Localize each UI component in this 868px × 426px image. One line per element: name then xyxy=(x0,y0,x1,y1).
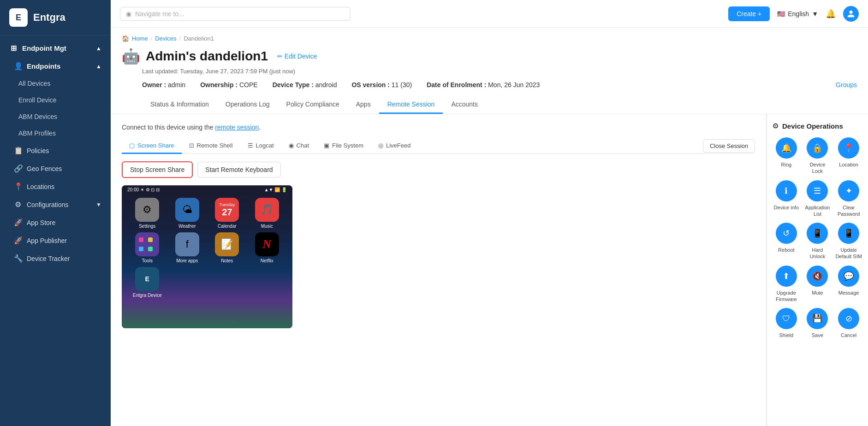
sidebar-item-device-tracker[interactable]: 🔧 Device Tracker xyxy=(0,249,111,267)
nav-search-bar[interactable]: ◉ Navigate me to... xyxy=(120,7,351,21)
op-location[interactable]: 📍 Location xyxy=(835,137,862,175)
stop-screen-share-button[interactable]: Stop Screen Share xyxy=(122,161,193,178)
location-label: Location xyxy=(839,161,858,168)
message-icon: 💬 xyxy=(838,266,859,287)
sub-tab-file-system[interactable]: ▣ File System xyxy=(316,138,371,154)
sidebar-item-geo-fences[interactable]: 🔗 Geo Fences xyxy=(0,160,111,178)
tab-status[interactable]: Status & Information xyxy=(142,96,217,114)
phone-app-entgra[interactable]: E Entgra Device xyxy=(129,267,166,298)
op-ring[interactable]: 🔔 Ring xyxy=(773,137,800,175)
phone-app-weather[interactable]: 🌤 Weather xyxy=(169,198,206,229)
mute-label: Mute xyxy=(812,290,823,296)
logcat-label: Logcat xyxy=(256,142,274,149)
owner-meta: Owner : admin xyxy=(142,81,185,89)
sidebar-item-app-publisher[interactable]: 🚀 App Publisher xyxy=(0,231,111,249)
op-clear-password[interactable]: ✦ Clear Password xyxy=(835,180,862,218)
breadcrumb-devices[interactable]: Devices xyxy=(155,35,176,42)
language-selector[interactable]: 🇺🇸 English ▼ xyxy=(777,10,818,18)
device-header: 🏠 Home / Devices / Dandelion1 🤖 Admin's … xyxy=(111,28,868,114)
edit-device-link[interactable]: ✏ Edit Device xyxy=(277,53,317,60)
create-button[interactable]: Create + xyxy=(728,6,770,21)
start-remote-keyboard-button[interactable]: Start Remote Keyboard xyxy=(197,162,280,178)
clear-password-icon: ✦ xyxy=(838,180,859,201)
abm-profiles-label: ABM Profiles xyxy=(18,130,56,137)
save-icon: 💾 xyxy=(807,308,828,329)
cancel-icon: ⊘ xyxy=(838,308,859,329)
message-label: Message xyxy=(838,290,859,296)
language-label: English xyxy=(788,10,809,18)
sidebar-item-all-devices[interactable]: All Devices xyxy=(0,75,111,92)
sidebar-item-locations[interactable]: 📍 Locations xyxy=(0,178,111,195)
phone-app-music[interactable]: 🎵 Music xyxy=(249,198,285,229)
op-application-list[interactable]: ☰ Application List xyxy=(804,180,832,218)
op-reboot[interactable]: ↺ Reboot xyxy=(773,223,800,260)
phone-app-settings[interactable]: ⚙ Settings xyxy=(129,198,166,229)
op-update-default-sim[interactable]: 📱 Update Default SIM xyxy=(835,223,862,260)
sub-tab-logcat[interactable]: ☰ Logcat xyxy=(240,138,281,154)
breadcrumb-home[interactable]: Home xyxy=(132,35,148,42)
tab-ops-log[interactable]: Operations Log xyxy=(217,96,278,114)
update-default-sim-label: Update Default SIM xyxy=(835,247,862,260)
phone-app-calendar[interactable]: Tuesday 27 Calendar xyxy=(209,198,245,229)
phone-app-tools[interactable]: Tools xyxy=(129,232,166,263)
notification-icon[interactable]: 🔔 xyxy=(826,9,836,19)
tab-remote[interactable]: Remote Session xyxy=(379,96,443,114)
policies-icon: 📋 xyxy=(14,146,22,155)
sidebar-item-enroll-device[interactable]: Enroll Device xyxy=(0,92,111,108)
groups-link[interactable]: Groups xyxy=(836,81,857,89)
phone-app-notes[interactable]: 📝 Notes xyxy=(209,232,245,263)
configurations-icon: ⚙ xyxy=(14,200,22,209)
sidebar-item-endpoints[interactable]: 👤 Endpoints ▲ xyxy=(0,57,111,75)
sub-tab-remote-shell[interactable]: ⊡ Remote Shell xyxy=(182,138,240,154)
op-save[interactable]: 💾 Save xyxy=(804,308,832,338)
op-shield[interactable]: 🛡 Shield xyxy=(773,308,800,338)
ops-title: ⊙ Device Operations xyxy=(773,122,862,130)
phone-app-tools-icon xyxy=(135,232,159,256)
topbar-right: Create + 🇺🇸 English ▼ 🔔 xyxy=(728,6,859,22)
device-lock-icon: 🔒 xyxy=(807,137,828,159)
op-device-lock[interactable]: 🔒 Device Lock xyxy=(804,137,832,175)
op-device-info[interactable]: ℹ Device info xyxy=(773,180,800,218)
close-session-button[interactable]: Close Session xyxy=(703,139,755,153)
sidebar-item-abm-profiles[interactable]: ABM Profiles xyxy=(0,125,111,142)
app-publisher-label: App Publisher xyxy=(27,237,67,244)
sidebar-item-policies[interactable]: 📋 Policies xyxy=(0,142,111,160)
device-tracker-icon: 🔧 xyxy=(14,254,22,263)
tab-accounts[interactable]: Accounts xyxy=(443,96,486,114)
phone-app-calendar-label: Calendar xyxy=(218,224,237,229)
topbar: ◉ Navigate me to... Create + 🇺🇸 English … xyxy=(111,0,868,28)
sidebar-item-endpoint-mgt[interactable]: ⊞ Endpoint Mgt ▲ xyxy=(0,39,111,57)
op-upgrade-firmware[interactable]: ⬆ Upgrade Firmware xyxy=(773,266,800,303)
phone-app-netflix[interactable]: N Netflix xyxy=(249,232,285,263)
tab-apps[interactable]: Apps xyxy=(348,96,379,114)
sidebar-item-configurations[interactable]: ⚙ Configurations ▼ xyxy=(0,195,111,213)
op-mute[interactable]: 🔇 Mute xyxy=(804,266,832,303)
sidebar-item-app-store[interactable]: 🚀 App Store xyxy=(0,213,111,231)
sub-tab-screen-share[interactable]: ▢ Screen Share xyxy=(122,138,182,154)
phone-app-notes-icon: 📝 xyxy=(215,232,239,256)
app-store-label: App Store xyxy=(27,219,55,226)
op-message[interactable]: 💬 Message xyxy=(835,266,862,303)
chevron-up-icon: ▲ xyxy=(96,45,101,52)
ring-label: Ring xyxy=(781,161,792,168)
android-icon: 🤖 xyxy=(122,47,140,65)
phone-app-moreapps[interactable]: f More apps xyxy=(169,232,206,263)
breadcrumb: 🏠 Home / Devices / Dandelion1 xyxy=(122,35,857,42)
sub-tab-livefeed[interactable]: ◎ LiveFeed xyxy=(371,138,418,154)
phone-app-netflix-icon: N xyxy=(255,232,279,256)
tab-policy[interactable]: Policy Compliance xyxy=(278,96,348,114)
remote-session-link[interactable]: remote session xyxy=(215,124,259,131)
application-list-label: Application List xyxy=(804,204,832,218)
logo-text: Entgra xyxy=(33,12,65,24)
user-avatar[interactable] xyxy=(843,6,859,22)
upgrade-firmware-icon: ⬆ xyxy=(776,266,797,287)
phone-app-music-icon: 🎵 xyxy=(255,198,279,222)
op-cancel[interactable]: ⊘ Cancel xyxy=(835,308,862,338)
save-label: Save xyxy=(812,332,823,338)
op-hard-unlock[interactable]: 📱 Hard Unlock xyxy=(804,223,832,260)
phone-app-settings-label: Settings xyxy=(139,224,155,229)
phone-statusbar: 20:00 ☀ ⚙ ⊡ ⊟ ▲▼ 📶 🔋 xyxy=(122,185,292,194)
phone-time: 20:00 ☀ ⚙ ⊡ ⊟ xyxy=(127,187,160,192)
sub-tab-chat[interactable]: ◉ Chat xyxy=(281,138,316,154)
sidebar-item-abm-devices[interactable]: ABM Devices xyxy=(0,108,111,125)
